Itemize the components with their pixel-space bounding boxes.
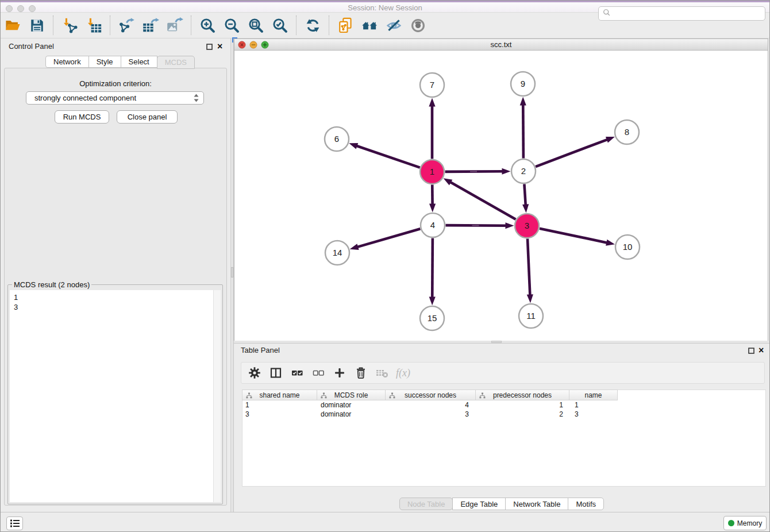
column-header-MCDS-role[interactable]: MCDS role (317, 390, 386, 400)
edge-4-15[interactable] (429, 238, 436, 305)
toolbar-separator (329, 16, 329, 35)
column-header-shared-name[interactable]: shared name (242, 390, 317, 400)
save-session-button[interactable] (25, 14, 49, 36)
node-2[interactable]: 2 (511, 159, 536, 183)
edge-2-3[interactable] (522, 184, 529, 213)
node-1[interactable]: 1 (420, 160, 444, 184)
table-settings-button[interactable] (244, 363, 265, 383)
memory-button[interactable]: Memory (723, 516, 767, 530)
edge-3-11[interactable] (527, 238, 533, 303)
node-4[interactable]: 4 (421, 213, 445, 237)
control-panel-tab-style[interactable]: Style (88, 56, 121, 68)
zoom-in-button[interactable] (195, 14, 220, 36)
edge-2-8[interactable] (536, 137, 615, 167)
save-session-icon (29, 17, 45, 34)
vertical-splitter-handle[interactable] (231, 267, 233, 277)
export-image-button[interactable] (163, 14, 187, 36)
edge-3-1[interactable] (444, 178, 516, 219)
network-window-title: scc.txt (234, 40, 768, 49)
node-9[interactable]: 9 (511, 72, 535, 96)
table-panel-close-button[interactable]: × (759, 346, 764, 354)
node-6[interactable]: 6 (325, 127, 349, 151)
table-cell[interactable]: 3 (242, 410, 317, 419)
split-panel-button[interactable] (265, 363, 286, 383)
zoom-selected-button[interactable] (268, 14, 292, 36)
table-row[interactable]: 3dominator323 (242, 410, 620, 419)
export-table-button[interactable] (138, 14, 163, 36)
zoom-out-button[interactable] (220, 14, 244, 36)
add-entry-button[interactable] (329, 363, 350, 383)
export-network-button[interactable] (114, 14, 138, 36)
table-row[interactable]: 1dominator411 (242, 400, 620, 410)
table-cell[interactable]: 4 (386, 400, 477, 410)
result-scrollbar[interactable] (213, 290, 221, 502)
delete-entry-button[interactable] (350, 363, 371, 383)
mcds-result-group: MCDS result (2 nodes) 1 3 (7, 284, 223, 504)
import-table-button[interactable] (82, 14, 106, 36)
show-all-button[interactable] (406, 14, 430, 36)
first-neighbors-button[interactable] (357, 14, 382, 36)
edge-3-10[interactable] (540, 229, 615, 246)
network-window-titlebar[interactable]: scc.txt (234, 39, 768, 51)
edge-2-9[interactable] (520, 97, 526, 158)
node-3[interactable]: 3 (515, 214, 539, 238)
column-header-name[interactable]: name (569, 390, 618, 400)
control-panel-close-button[interactable]: × (217, 43, 222, 50)
table-cell[interactable]: dominator (317, 410, 386, 419)
control-panel-tab-network[interactable]: Network (45, 56, 89, 68)
close-panel-button[interactable]: Close panel (117, 110, 178, 124)
edge-1-4[interactable] (429, 184, 436, 212)
apply-function-button[interactable]: f(x) (392, 363, 414, 383)
criterion-select[interactable]: strongly connected component (26, 91, 204, 105)
criterion-select-value: strongly connected component (34, 94, 194, 102)
delete-table-button[interactable] (371, 363, 392, 383)
edge-4-14[interactable] (350, 229, 421, 250)
mcds-result-list[interactable]: 1 3 (10, 290, 221, 502)
clone-network-button[interactable] (333, 14, 357, 36)
memory-status-icon (728, 520, 734, 526)
table-cell[interactable]: 2 (477, 410, 571, 419)
network-graph: 1234678910111415 (234, 51, 768, 341)
run-mcds-button[interactable]: Run MCDS (55, 110, 109, 124)
refresh-view-button[interactable] (301, 14, 325, 36)
table-cell[interactable]: 3 (571, 410, 620, 419)
float-icon (748, 348, 754, 354)
table-panel-tab-network-table[interactable]: Network Table (505, 498, 568, 510)
edge-1-7[interactable] (429, 98, 435, 159)
table-panel-tab-edge-table[interactable]: Edge Table (452, 498, 506, 510)
control-panel-float-button[interactable] (206, 43, 213, 51)
control-panel-tab-select[interactable]: Select (121, 56, 157, 68)
hide-selected-button[interactable] (382, 14, 406, 36)
import-network-button[interactable] (57, 14, 82, 36)
column-header-successor-nodes[interactable]: successor nodes (385, 390, 476, 400)
node-label: 7 (430, 80, 434, 90)
node-11[interactable]: 11 (519, 304, 543, 328)
node-7[interactable]: 7 (420, 73, 444, 97)
search-box[interactable] (598, 6, 765, 21)
edge-1-6[interactable] (349, 143, 419, 168)
table-panel-float-button[interactable] (748, 347, 755, 354)
edge-1-2[interactable] (445, 168, 510, 175)
table-panel-tab-motifs[interactable]: Motifs (568, 498, 604, 510)
table-cell[interactable]: 1 (477, 400, 571, 410)
node-label: 4 (430, 220, 435, 230)
table-cell[interactable]: 3 (386, 410, 477, 419)
task-history-button[interactable] (6, 516, 23, 530)
node-14[interactable]: 14 (325, 241, 349, 265)
open-session-button[interactable] (1, 14, 25, 36)
control-panel-tab-mcds[interactable]: MCDS (157, 56, 195, 69)
node-15[interactable]: 15 (420, 306, 444, 330)
node-10[interactable]: 10 (615, 235, 640, 259)
search-input[interactable] (614, 10, 761, 18)
node-8[interactable]: 8 (615, 120, 639, 144)
column-header-predecessor-nodes[interactable]: predecessor nodes (475, 390, 569, 400)
table-cell[interactable]: 1 (242, 400, 317, 410)
zoom-fit-button[interactable] (244, 14, 268, 36)
select-all-button[interactable] (286, 363, 307, 383)
deselect-all-button[interactable] (307, 363, 329, 383)
table-panel-tab-node-table[interactable]: Node Table (399, 498, 453, 510)
table-cell[interactable]: 1 (571, 400, 620, 410)
table-cell[interactable]: dominator (317, 400, 386, 410)
edge-4-3[interactable] (445, 222, 514, 229)
network-canvas[interactable]: 1234678910111415 (234, 51, 768, 341)
